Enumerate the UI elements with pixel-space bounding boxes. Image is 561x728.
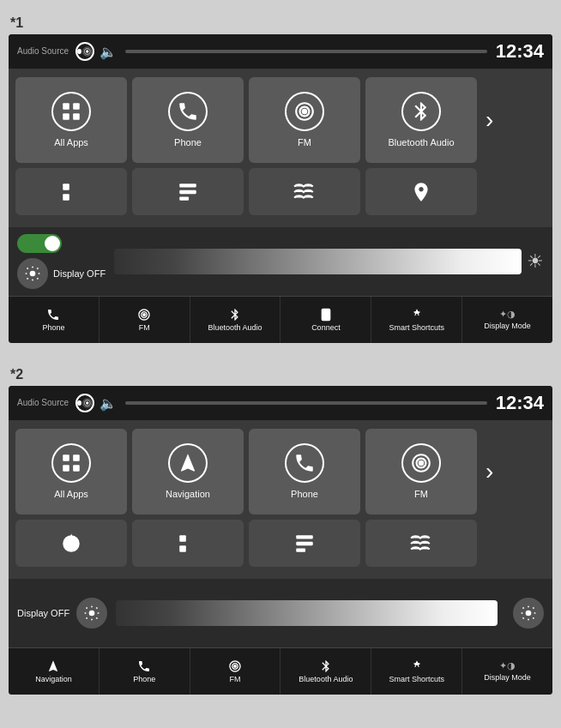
app-tile-fm-2[interactable]: FM	[365, 429, 477, 514]
app-tile-bluetooth-1[interactable]: Bluetooth Audio	[365, 77, 477, 163]
nav-phone-label-1: Phone	[42, 323, 64, 333]
header-bar-2: Audio Source 🔈 12:34	[9, 386, 552, 420]
nav-display-mode-label-1: Display Mode	[484, 322, 531, 331]
svg-rect-14	[179, 196, 189, 200]
app-label-all-apps-2: All Apps	[54, 488, 88, 500]
nav-phone-1[interactable]: Phone	[9, 297, 100, 343]
brightness-circle-2[interactable]	[76, 598, 107, 629]
svg-point-9	[86, 50, 88, 52]
apps-grid-1: All Apps Phone FM Bluetoot	[9, 69, 552, 227]
nav-display-mode-icon-1: ✦◑	[499, 309, 516, 320]
nav-navigation-2[interactable]: Navigation	[9, 648, 100, 695]
app-tile-fm-1[interactable]: FM	[249, 77, 360, 163]
brightness-track-2[interactable]	[116, 600, 498, 626]
app-label-all-apps-1: All Apps	[54, 136, 88, 148]
display-off-section-1: Display OFF	[17, 234, 106, 289]
brightness-slider-2[interactable]	[116, 600, 498, 626]
header-icons-1: 🔈	[75, 42, 117, 61]
svg-rect-21	[179, 535, 186, 542]
bottom-nav-2: Navigation Phone FM Bluetooth Audio	[9, 647, 552, 695]
audio-progress-2	[125, 401, 487, 405]
svg-rect-12	[179, 184, 196, 187]
app-tile-small-2b[interactable]	[132, 520, 244, 567]
svg-point-17	[325, 316, 326, 317]
app-tile-navigation-2[interactable]: Navigation	[132, 429, 244, 514]
app-icon-all-apps-1	[51, 92, 91, 131]
svg-point-27	[526, 611, 532, 617]
time-display-2: 12:34	[496, 392, 544, 414]
app-icon-phone-2	[285, 443, 324, 483]
app-tile-all-apps-1[interactable]: All Apps	[15, 77, 127, 163]
svg-point-26	[89, 611, 95, 617]
display-off-label-2: Display OFF	[17, 608, 69, 618]
speaker-icon-2: 🔈	[100, 395, 117, 412]
nav-shortcuts-icon-1	[410, 308, 424, 322]
app-tile-small-2c[interactable]	[249, 520, 360, 567]
nav-fm-icon-1	[137, 308, 151, 322]
audio-source-label-2: Audio Source	[17, 398, 69, 408]
app-icon-fm-1	[285, 92, 324, 131]
app-icon-fm-2	[401, 443, 441, 483]
nav-shortcuts-1[interactable]: Smart Shortcuts	[371, 297, 462, 343]
nav-connect-1[interactable]: Connect	[280, 297, 371, 343]
brightness-slider-1[interactable]: ☀	[114, 249, 544, 274]
radio-source-icon-1[interactable]	[75, 42, 94, 61]
app-tile-all-apps-2[interactable]: All Apps	[15, 429, 127, 514]
nav-phone-label-2: Phone	[133, 675, 155, 684]
nav-navigation-icon-2	[46, 659, 60, 673]
nav-shortcuts-label-2: Smart Shortcuts	[389, 675, 444, 684]
nav-display-mode-2[interactable]: ✦◑ Display Mode	[462, 648, 552, 695]
section1-marker: *1	[9, 9, 552, 34]
nav-navigation-label-2: Navigation	[35, 675, 72, 684]
header-icons-2: 🔈	[75, 394, 117, 412]
nav-bluetooth-icon-2	[319, 659, 333, 673]
nav-bluetooth-2[interactable]: Bluetooth Audio	[280, 648, 371, 695]
nav-shortcuts-2[interactable]: Smart Shortcuts	[371, 648, 462, 695]
audio-source-label-1: Audio Source	[17, 46, 69, 57]
app-icon-all-apps-2	[51, 443, 91, 483]
bottom-nav-1: Phone FM Bluetooth Audio Connect	[9, 296, 552, 343]
svg-rect-25	[296, 548, 305, 551]
svg-rect-10	[63, 184, 69, 190]
display-area-2: Display OFF	[9, 579, 552, 647]
app-label-fm-2: FM	[414, 488, 428, 500]
nav-fm-icon-2	[228, 659, 242, 673]
app-tile-small-1a[interactable]	[15, 168, 127, 215]
app-tile-small-2d[interactable]	[365, 520, 477, 567]
brightness-circle-right-2[interactable]	[513, 598, 544, 629]
nav-display-mode-label-2: Display Mode	[484, 673, 531, 683]
nav-display-mode-1[interactable]: ✦◑ Display Mode	[462, 297, 552, 343]
brightness-circle-1[interactable]	[17, 258, 48, 289]
svg-point-18	[415, 313, 418, 316]
app-tile-small-1d[interactable]	[365, 168, 477, 215]
svg-point-28	[415, 665, 418, 667]
nav-fm-1[interactable]: FM	[100, 297, 190, 343]
app-tile-small-2a[interactable]	[15, 520, 127, 567]
nav-bluetooth-1[interactable]: Bluetooth Audio	[190, 297, 281, 343]
car-ui-1: Audio Source 🔈 12:34 All Apps	[9, 34, 552, 343]
nav-phone-2[interactable]: Phone	[100, 648, 190, 695]
app-label-bluetooth-1: Bluetooth Audio	[388, 136, 454, 148]
apps-row-secondary-2	[15, 520, 546, 567]
svg-rect-11	[63, 194, 69, 201]
svg-rect-23	[296, 535, 313, 538]
nav-fm-2[interactable]: FM	[190, 648, 281, 695]
display-off-label-1: Display OFF	[53, 268, 106, 279]
radio-source-icon-2[interactable]	[75, 394, 94, 412]
app-label-phone-1: Phone	[174, 136, 202, 148]
app-tile-small-1b[interactable]	[132, 168, 244, 215]
scroll-right-1[interactable]: ›	[482, 106, 497, 134]
nav-connect-label-1: Connect	[311, 323, 341, 333]
nav-bluetooth-label-1: Bluetooth Audio	[208, 323, 262, 333]
app-icon-phone-1	[168, 92, 208, 131]
app-tile-phone-1[interactable]: Phone	[132, 77, 244, 163]
nav-shortcuts-label-1: Smart Shortcuts	[389, 323, 444, 333]
scroll-right-2[interactable]: ›	[482, 458, 497, 485]
app-label-fm-1: FM	[298, 136, 311, 148]
speaker-icon-1: 🔈	[100, 44, 117, 60]
app-tile-phone-2[interactable]: Phone	[249, 429, 360, 514]
apps-row-main-2: All Apps Navigation Phone	[15, 429, 546, 514]
brightness-track-1[interactable]	[114, 249, 522, 274]
app-tile-small-1c[interactable]	[249, 168, 360, 215]
brightness-toggle-1[interactable]	[17, 234, 62, 253]
